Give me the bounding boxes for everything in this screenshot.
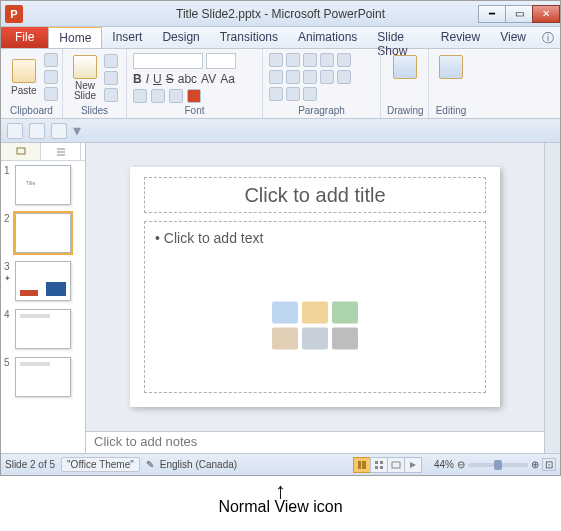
insert-clipart-icon[interactable] bbox=[302, 327, 328, 349]
font-family-select[interactable] bbox=[133, 53, 203, 69]
title-placeholder[interactable]: Click to add title bbox=[144, 177, 486, 213]
insert-picture-icon[interactable] bbox=[272, 327, 298, 349]
zoom-level[interactable]: 44% bbox=[434, 459, 454, 470]
indent-dec-icon[interactable] bbox=[303, 53, 317, 67]
zoom-slider-thumb[interactable] bbox=[494, 460, 502, 470]
svg-rect-4 bbox=[358, 461, 361, 469]
font-color-icon[interactable] bbox=[187, 89, 201, 103]
shrink-font-icon[interactable] bbox=[151, 89, 165, 103]
editing-icon bbox=[439, 55, 463, 79]
drawing-label: Drawing bbox=[387, 105, 422, 116]
svg-rect-0 bbox=[17, 148, 25, 154]
close-button[interactable]: ✕ bbox=[532, 5, 560, 23]
save-icon[interactable] bbox=[7, 123, 23, 139]
group-paragraph: Paragraph bbox=[263, 49, 381, 118]
align-right-icon[interactable] bbox=[303, 70, 317, 84]
font-size-select[interactable] bbox=[206, 53, 236, 69]
sorter-view-button[interactable] bbox=[370, 457, 388, 473]
slides-label: Slides bbox=[69, 105, 120, 116]
paste-button[interactable]: Paste bbox=[7, 57, 41, 98]
indent-inc-icon[interactable] bbox=[320, 53, 334, 67]
case-button[interactable]: Aa bbox=[220, 72, 235, 86]
insert-smartart-icon[interactable] bbox=[332, 301, 358, 323]
tab-transitions[interactable]: Transitions bbox=[210, 27, 288, 48]
shadow-button[interactable]: abc bbox=[178, 72, 197, 86]
tab-review[interactable]: Review bbox=[431, 27, 490, 48]
copy-icon[interactable] bbox=[44, 70, 58, 84]
zoom-slider[interactable] bbox=[468, 463, 528, 467]
tab-home[interactable]: Home bbox=[48, 26, 102, 48]
editing-button[interactable] bbox=[435, 53, 467, 81]
paste-label: Paste bbox=[11, 85, 37, 96]
insert-table-icon[interactable] bbox=[272, 301, 298, 323]
zoom-out-button[interactable]: ⊖ bbox=[457, 459, 465, 470]
normal-view-button[interactable] bbox=[353, 457, 371, 473]
align-center-icon[interactable] bbox=[286, 70, 300, 84]
fit-window-button[interactable]: ⊡ bbox=[542, 458, 556, 471]
justify-icon[interactable] bbox=[320, 70, 334, 84]
thumbnail-5[interactable]: 5 bbox=[1, 353, 85, 401]
italic-button[interactable]: I bbox=[146, 72, 149, 86]
maximize-button[interactable]: ▭ bbox=[505, 5, 533, 23]
tab-slideshow[interactable]: Slide Show bbox=[367, 27, 430, 48]
text-direction-icon[interactable] bbox=[269, 87, 283, 101]
content-placeholder[interactable]: Click to add text bbox=[144, 221, 486, 393]
thumbnail-2[interactable]: 2 bbox=[1, 209, 85, 257]
bullets-icon[interactable] bbox=[269, 53, 283, 67]
undo-icon[interactable] bbox=[29, 123, 45, 139]
reset-icon[interactable] bbox=[104, 71, 118, 85]
zoom-in-button[interactable]: ⊕ bbox=[531, 459, 539, 470]
thumbnail-1[interactable]: 1Title bbox=[1, 161, 85, 209]
new-slide-button[interactable]: New Slide bbox=[69, 53, 101, 103]
drawing-button[interactable] bbox=[387, 53, 422, 81]
slide-canvas-area: Click to add title Click to add text bbox=[86, 143, 544, 453]
smartart-icon[interactable] bbox=[303, 87, 317, 101]
underline-button[interactable]: U bbox=[153, 72, 162, 86]
content-type-icons[interactable] bbox=[272, 301, 358, 349]
slide[interactable]: Click to add title Click to add text bbox=[130, 167, 500, 407]
vertical-scrollbar[interactable] bbox=[544, 143, 560, 453]
slides-tab-icon[interactable] bbox=[1, 143, 41, 160]
thumbnail-4[interactable]: 4 bbox=[1, 305, 85, 353]
help-icon[interactable]: ⓘ bbox=[536, 27, 560, 48]
annotation: ↑ Normal View icon bbox=[0, 484, 561, 516]
tab-animations[interactable]: Animations bbox=[288, 27, 367, 48]
insert-chart-icon[interactable] bbox=[302, 301, 328, 323]
numbering-icon[interactable] bbox=[286, 53, 300, 67]
clear-format-icon[interactable] bbox=[169, 89, 183, 103]
insert-media-icon[interactable] bbox=[332, 327, 358, 349]
spellcheck-icon[interactable]: ✎ bbox=[146, 459, 154, 470]
paragraph-label: Paragraph bbox=[269, 105, 374, 116]
paste-icon bbox=[12, 59, 36, 83]
language-indicator[interactable]: English (Canada) bbox=[160, 459, 237, 470]
outline-tab-icon[interactable] bbox=[41, 143, 81, 160]
layout-icon[interactable] bbox=[104, 54, 118, 68]
group-font: B I U S abc AV Aa Font bbox=[127, 49, 263, 118]
minimize-button[interactable]: ━ bbox=[478, 5, 506, 23]
columns-icon[interactable] bbox=[337, 70, 351, 84]
grow-font-icon[interactable] bbox=[133, 89, 147, 103]
align-left-icon[interactable] bbox=[269, 70, 283, 84]
thumbnail-3[interactable]: 3✦ bbox=[1, 257, 85, 305]
editing-label: Editing bbox=[435, 105, 467, 116]
section-icon[interactable] bbox=[104, 88, 118, 102]
cut-icon[interactable] bbox=[44, 53, 58, 67]
line-spacing-icon[interactable] bbox=[337, 53, 351, 67]
format-painter-icon[interactable] bbox=[44, 87, 58, 101]
tab-insert[interactable]: Insert bbox=[102, 27, 152, 48]
tab-view[interactable]: View bbox=[490, 27, 536, 48]
tab-design[interactable]: Design bbox=[152, 27, 209, 48]
group-editing: Editing bbox=[429, 49, 473, 118]
slideshow-view-button[interactable] bbox=[404, 457, 422, 473]
align-text-icon[interactable] bbox=[286, 87, 300, 101]
redo-icon[interactable] bbox=[51, 123, 67, 139]
bold-button[interactable]: B bbox=[133, 72, 142, 86]
spacing-button[interactable]: AV bbox=[201, 72, 216, 86]
file-tab[interactable]: File bbox=[1, 27, 48, 48]
notes-pane[interactable]: Click to add notes bbox=[86, 431, 544, 453]
qat-dropdown-icon[interactable]: ▾ bbox=[73, 121, 81, 140]
annotation-label: Normal View icon bbox=[0, 498, 561, 516]
strike-button[interactable]: S bbox=[166, 72, 174, 86]
theme-indicator[interactable]: "Office Theme" bbox=[61, 457, 140, 472]
reading-view-button[interactable] bbox=[387, 457, 405, 473]
